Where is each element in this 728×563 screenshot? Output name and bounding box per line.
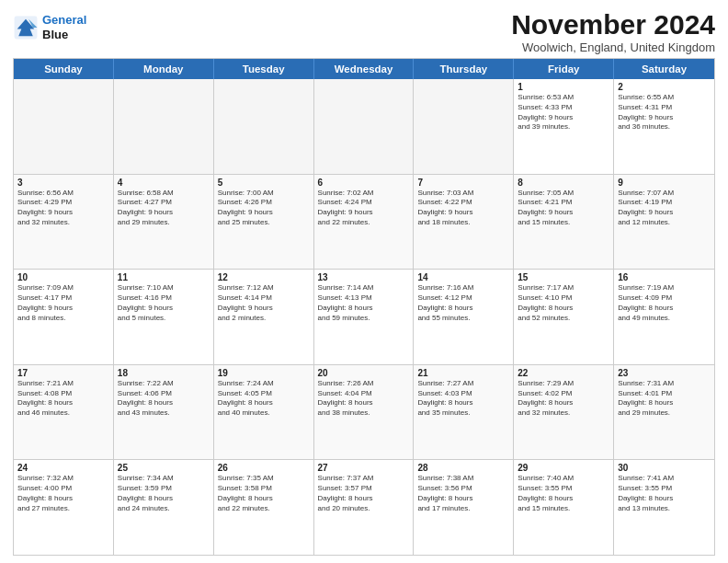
day-number: 25	[118, 463, 210, 473]
day-details: Sunrise: 7:17 AM Sunset: 4:10 PM Dayligh…	[518, 283, 609, 323]
calendar-cell: 18Sunrise: 7:22 AM Sunset: 4:06 PM Dayli…	[114, 365, 214, 460]
day-number: 22	[518, 368, 609, 378]
day-number: 7	[417, 178, 509, 188]
calendar-cell: 21Sunrise: 7:27 AM Sunset: 4:03 PM Dayli…	[414, 365, 514, 460]
day-number: 13	[318, 272, 410, 282]
calendar-cell: 20Sunrise: 7:26 AM Sunset: 4:04 PM Dayli…	[314, 365, 415, 460]
day-number: 15	[518, 272, 609, 282]
day-number: 5	[218, 178, 310, 188]
day-number: 23	[618, 368, 711, 378]
day-details: Sunrise: 7:35 AM Sunset: 3:58 PM Dayligh…	[218, 474, 310, 513]
calendar-cell: 12Sunrise: 7:12 AM Sunset: 4:14 PM Dayli…	[214, 270, 314, 364]
calendar-cell: 3Sunrise: 6:56 AM Sunset: 4:29 PM Daylig…	[14, 175, 114, 270]
day-number: 19	[218, 368, 310, 378]
day-number: 12	[218, 272, 310, 282]
calendar-cell: 13Sunrise: 7:14 AM Sunset: 4:13 PM Dayli…	[314, 270, 415, 364]
calendar-cell	[414, 79, 514, 174]
calendar-cell: 30Sunrise: 7:41 AM Sunset: 3:55 PM Dayli…	[614, 460, 714, 555]
calendar-cell: 15Sunrise: 7:17 AM Sunset: 4:10 PM Dayli…	[514, 270, 614, 364]
calendar-row-0: 1Sunrise: 6:53 AM Sunset: 4:33 PM Daylig…	[14, 79, 714, 175]
day-details: Sunrise: 7:09 AM Sunset: 4:17 PM Dayligh…	[17, 283, 109, 323]
day-number: 24	[17, 463, 109, 473]
day-details: Sunrise: 7:24 AM Sunset: 4:05 PM Dayligh…	[218, 379, 310, 419]
header-day-wednesday: Wednesday	[314, 59, 415, 79]
day-number: 3	[17, 178, 109, 188]
day-number: 1	[518, 82, 609, 92]
calendar-cell: 11Sunrise: 7:10 AM Sunset: 4:16 PM Dayli…	[114, 270, 214, 364]
header-day-friday: Friday	[514, 59, 614, 79]
header-day-saturday: Saturday	[614, 59, 714, 79]
day-details: Sunrise: 6:56 AM Sunset: 4:29 PM Dayligh…	[17, 189, 109, 228]
calendar-cell: 17Sunrise: 7:21 AM Sunset: 4:08 PM Dayli…	[14, 365, 114, 460]
day-details: Sunrise: 6:58 AM Sunset: 4:27 PM Dayligh…	[118, 189, 210, 228]
calendar-cell: 28Sunrise: 7:38 AM Sunset: 3:56 PM Dayli…	[414, 460, 514, 555]
day-details: Sunrise: 7:03 AM Sunset: 4:22 PM Dayligh…	[417, 189, 509, 228]
logo-icon	[13, 15, 39, 40]
day-details: Sunrise: 7:05 AM Sunset: 4:21 PM Dayligh…	[518, 189, 609, 228]
day-details: Sunrise: 7:38 AM Sunset: 3:56 PM Dayligh…	[417, 474, 509, 513]
day-details: Sunrise: 7:37 AM Sunset: 3:57 PM Dayligh…	[318, 474, 410, 513]
day-details: Sunrise: 7:21 AM Sunset: 4:08 PM Dayligh…	[17, 379, 109, 419]
calendar-cell: 19Sunrise: 7:24 AM Sunset: 4:05 PM Dayli…	[214, 365, 314, 460]
day-number: 18	[118, 368, 210, 378]
header-day-thursday: Thursday	[414, 59, 514, 79]
day-number: 4	[118, 178, 210, 188]
month-title: November 2024	[511, 9, 715, 40]
calendar-header: SundayMondayTuesdayWednesdayThursdayFrid…	[14, 59, 714, 79]
day-number: 11	[118, 272, 210, 282]
day-details: Sunrise: 7:14 AM Sunset: 4:13 PM Dayligh…	[318, 283, 410, 323]
day-details: Sunrise: 7:19 AM Sunset: 4:09 PM Dayligh…	[618, 283, 711, 323]
day-number: 17	[17, 368, 109, 378]
day-details: Sunrise: 7:41 AM Sunset: 3:55 PM Dayligh…	[618, 474, 711, 513]
calendar-cell: 6Sunrise: 7:02 AM Sunset: 4:24 PM Daylig…	[314, 175, 415, 270]
calendar-cell: 25Sunrise: 7:34 AM Sunset: 3:59 PM Dayli…	[114, 460, 214, 555]
day-number: 26	[218, 463, 310, 473]
day-details: Sunrise: 7:02 AM Sunset: 4:24 PM Dayligh…	[318, 189, 410, 228]
header: General Blue November 2024 Woolwich, Eng…	[13, 9, 715, 54]
calendar-cell: 27Sunrise: 7:37 AM Sunset: 3:57 PM Dayli…	[314, 460, 415, 555]
day-number: 14	[417, 272, 509, 282]
calendar-cell	[114, 79, 214, 174]
day-details: Sunrise: 7:29 AM Sunset: 4:02 PM Dayligh…	[518, 379, 609, 419]
calendar-cell: 16Sunrise: 7:19 AM Sunset: 4:09 PM Dayli…	[614, 270, 714, 364]
calendar-cell: 9Sunrise: 7:07 AM Sunset: 4:19 PM Daylig…	[614, 175, 714, 270]
day-number: 16	[618, 272, 711, 282]
day-number: 6	[318, 178, 410, 188]
calendar-row-1: 3Sunrise: 6:56 AM Sunset: 4:29 PM Daylig…	[14, 175, 714, 270]
day-details: Sunrise: 7:07 AM Sunset: 4:19 PM Dayligh…	[618, 189, 711, 228]
calendar-row-4: 24Sunrise: 7:32 AM Sunset: 4:00 PM Dayli…	[14, 460, 714, 555]
calendar-cell: 10Sunrise: 7:09 AM Sunset: 4:17 PM Dayli…	[14, 270, 114, 364]
calendar-cell	[314, 79, 415, 174]
calendar-cell: 4Sunrise: 6:58 AM Sunset: 4:27 PM Daylig…	[114, 175, 214, 270]
page: General Blue November 2024 Woolwich, Eng…	[0, 0, 728, 563]
calendar: SundayMondayTuesdayWednesdayThursdayFrid…	[13, 58, 715, 556]
header-day-tuesday: Tuesday	[214, 59, 314, 79]
calendar-cell: 5Sunrise: 7:00 AM Sunset: 4:26 PM Daylig…	[214, 175, 314, 270]
day-number: 28	[417, 463, 509, 473]
calendar-cell: 14Sunrise: 7:16 AM Sunset: 4:12 PM Dayli…	[414, 270, 514, 364]
logo-text: General Blue	[42, 13, 86, 41]
day-number: 30	[618, 463, 711, 473]
day-details: Sunrise: 7:22 AM Sunset: 4:06 PM Dayligh…	[118, 379, 210, 419]
day-number: 21	[417, 368, 509, 378]
day-details: Sunrise: 7:12 AM Sunset: 4:14 PM Dayligh…	[218, 283, 310, 323]
day-details: Sunrise: 7:10 AM Sunset: 4:16 PM Dayligh…	[118, 283, 210, 323]
day-details: Sunrise: 7:32 AM Sunset: 4:00 PM Dayligh…	[17, 474, 109, 513]
calendar-cell: 26Sunrise: 7:35 AM Sunset: 3:58 PM Dayli…	[214, 460, 314, 555]
day-number: 29	[518, 463, 609, 473]
calendar-row-3: 17Sunrise: 7:21 AM Sunset: 4:08 PM Dayli…	[14, 365, 714, 461]
day-details: Sunrise: 6:55 AM Sunset: 4:31 PM Dayligh…	[618, 93, 711, 132]
header-day-monday: Monday	[114, 59, 214, 79]
calendar-cell: 23Sunrise: 7:31 AM Sunset: 4:01 PM Dayli…	[614, 365, 714, 460]
day-details: Sunrise: 6:53 AM Sunset: 4:33 PM Dayligh…	[518, 93, 609, 132]
calendar-row-2: 10Sunrise: 7:09 AM Sunset: 4:17 PM Dayli…	[14, 270, 714, 365]
day-number: 20	[318, 368, 410, 378]
day-details: Sunrise: 7:16 AM Sunset: 4:12 PM Dayligh…	[417, 283, 509, 323]
day-details: Sunrise: 7:27 AM Sunset: 4:03 PM Dayligh…	[417, 379, 509, 419]
day-details: Sunrise: 7:34 AM Sunset: 3:59 PM Dayligh…	[118, 474, 210, 513]
day-details: Sunrise: 7:00 AM Sunset: 4:26 PM Dayligh…	[218, 189, 310, 228]
day-details: Sunrise: 7:40 AM Sunset: 3:55 PM Dayligh…	[518, 474, 609, 513]
day-number: 9	[618, 178, 711, 188]
calendar-body: 1Sunrise: 6:53 AM Sunset: 4:33 PM Daylig…	[14, 79, 714, 555]
day-number: 10	[17, 272, 109, 282]
